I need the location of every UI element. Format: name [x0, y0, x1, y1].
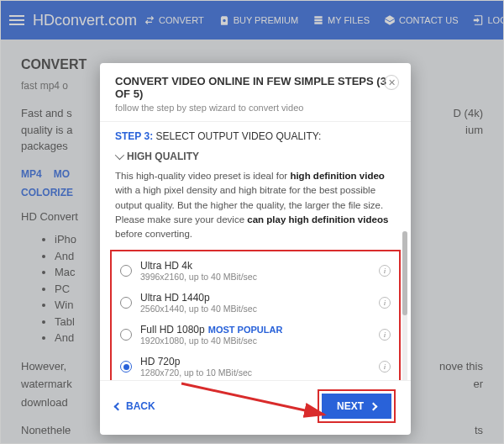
option-sub: 1280x720, up to 10 MBit/sec: [140, 367, 370, 378]
back-button[interactable]: BACK: [115, 400, 155, 412]
option-sub: 2560x1440, up to 40 MBit/sec: [140, 304, 370, 314]
info-icon[interactable]: i: [379, 297, 391, 309]
radio-icon: [120, 329, 132, 341]
step-prefix: STEP 3:: [115, 130, 153, 142]
chevron-right-icon: [370, 402, 378, 410]
info-icon[interactable]: i: [379, 361, 391, 373]
wizard-modal: CONVERT VIDEO ONLINE IN FEW SIMPLE STEPS…: [100, 63, 411, 435]
step-label: STEP 3: SELECT OUTPUT VIDEO QUALITY:: [115, 130, 396, 142]
step-text: SELECT OUTPUT VIDEO QUALITY:: [153, 130, 321, 142]
option-sub: 3996x2160, up to 40 MBit/sec: [140, 272, 370, 282]
modal-footer: BACK NEXT: [100, 380, 411, 435]
modal-header: CONVERT VIDEO ONLINE IN FEW SIMPLE STEPS…: [100, 63, 411, 122]
modal-body: STEP 3: SELECT OUTPUT VIDEO QUALITY: HIG…: [100, 122, 411, 380]
next-button-highlight: NEXT: [318, 389, 396, 423]
option-ultra-hd-4k[interactable]: Ultra HD 4k 3996x2160, up to 40 MBit/sec…: [112, 255, 399, 287]
option-title: Ultra HD 1440p: [140, 292, 370, 304]
section-high-quality[interactable]: HIGH QUALITY: [115, 151, 396, 162]
info-icon[interactable]: i: [379, 265, 391, 277]
close-icon[interactable]: ✕: [384, 75, 399, 90]
option-ultra-hd-1440p[interactable]: Ultra HD 1440p 2560x1440, up to 40 MBit/…: [112, 287, 399, 319]
quality-options-highlight: Ultra HD 4k 3996x2160, up to 40 MBit/sec…: [110, 250, 401, 380]
option-sub: 1920x1080, up to 40 MBit/sec: [140, 336, 370, 346]
radio-selected-icon: [120, 361, 132, 373]
option-title: HD 720p: [140, 356, 370, 367]
chevron-left-icon: [114, 402, 123, 410]
next-button[interactable]: NEXT: [322, 394, 391, 419]
scrollbar-thumb[interactable]: [402, 231, 407, 315]
option-title: Full HD 1080pMOST POPULAR: [140, 324, 370, 336]
radio-icon: [120, 265, 132, 277]
modal-sub: follow the step by step wizard to conver…: [115, 103, 396, 113]
option-full-hd-1080p[interactable]: Full HD 1080pMOST POPULAR 1920x1080, up …: [112, 319, 399, 351]
radio-icon: [120, 297, 132, 309]
modal-title: CONVERT VIDEO ONLINE IN FEW SIMPLE STEPS…: [115, 75, 396, 100]
next-label: NEXT: [337, 400, 364, 412]
info-icon[interactable]: i: [379, 329, 391, 341]
section-high-label: HIGH QUALITY: [127, 151, 199, 162]
most-popular-badge: MOST POPULAR: [208, 325, 283, 335]
option-hd-720p[interactable]: HD 720p 1280x720, up to 10 MBit/sec i: [112, 351, 399, 380]
high-quality-desc: This high-quality video preset is ideal …: [115, 169, 396, 241]
option-title: Ultra HD 4k: [140, 260, 370, 272]
back-label: BACK: [126, 400, 155, 412]
chevron-down-icon: [115, 151, 124, 160]
